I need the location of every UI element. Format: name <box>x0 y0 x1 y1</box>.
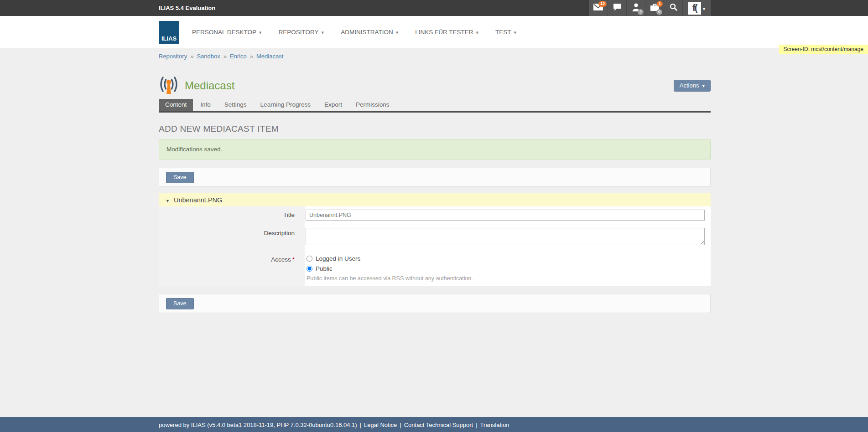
page-header: Mediacast Actions <box>159 75 711 96</box>
title-label: Title <box>159 206 305 225</box>
form-row-access: Access* Logged in Users Public Public it… <box>159 251 711 286</box>
tab-settings[interactable]: Settings <box>218 99 253 111</box>
radio-public[interactable] <box>307 266 312 272</box>
mediacast-item-form: Title Description Access* Logged in User… <box>159 206 711 286</box>
breadcrumb-enrico[interactable]: Enrico <box>230 53 247 60</box>
search-icon <box>670 3 677 13</box>
user-menu-button[interactable]: f( <box>682 0 711 16</box>
breadcrumb-repository[interactable]: Repository <box>159 53 187 60</box>
tasks-done-badge: 0 <box>656 9 662 15</box>
radio-logged-in-users[interactable] <box>307 256 312 262</box>
menu-repository[interactable]: REPOSITORY <box>279 29 324 36</box>
breadcrumb: Repository»Sandbox»Enrico»Mediacast <box>159 48 711 61</box>
chat-icon <box>613 3 622 13</box>
save-button[interactable]: Save <box>166 172 194 183</box>
description-textarea[interactable] <box>306 228 705 245</box>
chevron-down-icon <box>703 4 706 12</box>
mediacast-icon <box>159 76 179 96</box>
content-spacer <box>159 313 711 417</box>
legal-notice-link[interactable]: Legal Notice <box>364 422 397 428</box>
menu-administration[interactable]: ADMINISTRATION <box>341 29 398 36</box>
topbar-icon-group: 12 2 1 0 f( <box>589 0 711 16</box>
success-message: Modifications saved. <box>159 139 711 159</box>
description-label: Description <box>159 225 305 251</box>
required-marker: * <box>292 256 295 263</box>
chevron-down-icon <box>702 82 705 89</box>
translation-link[interactable]: Translation <box>480 422 509 428</box>
form-heading: ADD NEW MEDIACAST ITEM <box>159 124 711 134</box>
tab-export[interactable]: Export <box>318 99 348 111</box>
actions-button[interactable]: Actions <box>674 80 711 92</box>
powered-by-text: powered by ILIAS (v5.4.0 beta1 2018-11-1… <box>159 422 357 428</box>
footer: powered by ILIAS (v5.4.0 beta1 2018-11-1… <box>0 417 868 432</box>
form-row-description: Description <box>159 225 711 251</box>
tasks-button[interactable]: 1 0 <box>645 0 664 16</box>
tab-info[interactable]: Info <box>194 99 217 111</box>
footer-text: powered by ILIAS (v5.4.0 beta1 2018-11-1… <box>159 422 509 428</box>
title-input[interactable] <box>306 210 705 221</box>
breadcrumb-sandbox[interactable]: Sandbox <box>197 53 220 60</box>
menu-links-fuer-tester[interactable]: LINKS FÜR TESTER <box>415 29 478 36</box>
contacts-badge: 2 <box>638 9 644 15</box>
chevron-down-icon <box>514 29 517 36</box>
mail-badge: 12 <box>598 1 607 7</box>
access-byline: Public items can be accessed via RSS wit… <box>307 275 705 282</box>
chat-button[interactable] <box>608 0 626 16</box>
contacts-button[interactable]: 2 <box>626 0 645 16</box>
bottom-save-strip: Save <box>159 294 711 313</box>
tab-permissions[interactable]: Permissions <box>349 99 396 111</box>
form-row-title: Title <box>159 206 711 225</box>
mail-button[interactable]: 12 <box>589 0 608 16</box>
tasks-new-badge: 1 <box>657 1 663 7</box>
installation-title: ILIAS 5.4 Evaluation <box>159 0 215 16</box>
tab-learning-progress[interactable]: Learning Progress <box>254 99 317 111</box>
section-header-unbenannt[interactable]: Unbenannt.PNG <box>159 193 711 206</box>
page-title: Mediacast <box>185 79 234 92</box>
save-button-bottom[interactable]: Save <box>166 298 194 309</box>
top-save-strip: Save <box>159 168 711 187</box>
access-option-public[interactable]: Public <box>307 265 705 272</box>
content-column: Repository»Sandbox»Enrico»Mediacast Medi… <box>159 48 711 417</box>
top-bar: ILIAS 5.4 Evaluation 12 2 1 0 <box>0 0 868 16</box>
access-option-logged-in[interactable]: Logged in Users <box>307 255 705 262</box>
tab-bar: Content Info Settings Learning Progress … <box>159 99 711 113</box>
menu-personal-desktop[interactable]: PERSONAL DESKTOP <box>192 29 262 36</box>
tab-content[interactable]: Content <box>159 99 193 111</box>
chevron-down-icon <box>476 29 478 36</box>
menu-test[interactable]: TEST <box>495 29 516 36</box>
access-label: Access* <box>159 251 305 286</box>
chevron-down-icon <box>396 29 399 36</box>
chevron-down-icon <box>322 29 324 36</box>
section-title: Unbenannt.PNG <box>174 196 222 204</box>
breadcrumb-mediacast[interactable]: Mediacast <box>256 53 283 60</box>
contact-support-link[interactable]: Contact Technical Support <box>404 422 473 428</box>
search-button[interactable] <box>664 0 682 16</box>
avatar: f( <box>688 2 701 15</box>
collapse-triangle-icon <box>166 196 170 204</box>
screen-id-tooltip: Screen-ID: mcst/content/manage <box>779 45 868 54</box>
main-header: ILIAS PERSONAL DESKTOP REPOSITORY ADMINI… <box>0 16 868 48</box>
ilias-logo[interactable]: ILIAS <box>159 21 179 44</box>
main-menu: PERSONAL DESKTOP REPOSITORY ADMINISTRATI… <box>192 16 516 48</box>
chevron-down-icon <box>259 29 262 36</box>
